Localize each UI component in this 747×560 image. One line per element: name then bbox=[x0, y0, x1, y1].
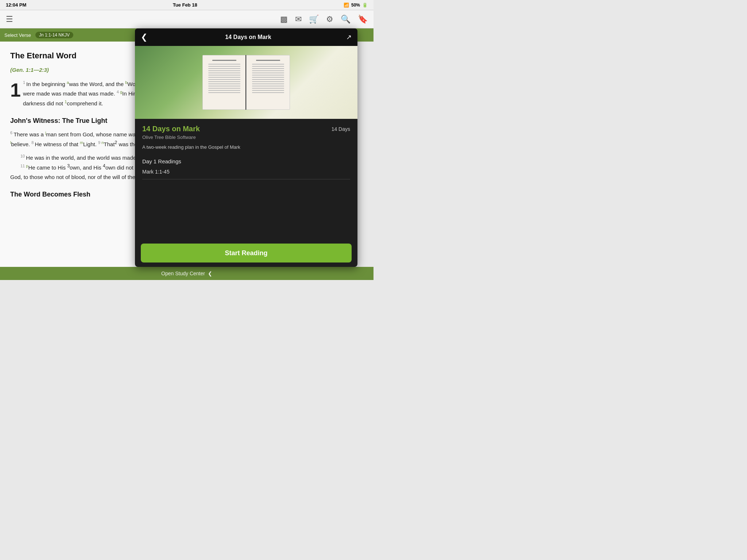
status-time: 12:04 PM bbox=[6, 2, 26, 8]
book-page-left bbox=[202, 55, 246, 110]
plan-title-text: 14 Days on Mark bbox=[142, 125, 200, 133]
select-verse-label[interactable]: Select Verse bbox=[4, 32, 31, 38]
panel-cover-image bbox=[135, 46, 357, 119]
verse-1-text: In the beginning bbox=[26, 81, 67, 87]
plan-author: Olive Tree Bible Software bbox=[142, 135, 350, 140]
day-readings-label: Day 1 Readings bbox=[142, 158, 350, 164]
toolbar: ☰ ▩ ✉ 🛒 ⚙ 🔍 🔖 bbox=[0, 10, 374, 28]
panel-header: ❮ 14 Days on Mark ↗ bbox=[135, 28, 357, 46]
verse-badge[interactable]: Jn 1:1-14 NKJV bbox=[35, 32, 73, 38]
plan-title-row: 14 Days on Mark 14 Days bbox=[142, 125, 350, 133]
chapter-number: 1 bbox=[10, 81, 21, 100]
reading-item[interactable]: Mark 1:1-45 bbox=[142, 169, 350, 179]
verse-num-1: 1 bbox=[23, 80, 26, 85]
wifi-icon: 📶 bbox=[344, 3, 349, 8]
library-icon[interactable]: ▩ bbox=[280, 15, 288, 24]
battery-status: 50% bbox=[351, 3, 360, 8]
settings-icon[interactable]: ⚙ bbox=[326, 15, 333, 24]
bible-visual bbox=[199, 51, 294, 113]
menu-icon[interactable]: ☰ bbox=[6, 15, 13, 24]
start-reading-button[interactable]: Start Reading bbox=[141, 244, 352, 262]
plan-days: 14 Days bbox=[332, 126, 350, 132]
cross-reference[interactable]: (Gen. 1:1—2:3) bbox=[10, 67, 49, 73]
panel-close-button[interactable]: ↗ bbox=[346, 33, 352, 41]
panel-title: 14 Days on Mark bbox=[150, 34, 346, 40]
status-bar: 12:04 PM Tue Feb 18 📶 50% 🔋 bbox=[0, 0, 374, 10]
bookmark-icon[interactable]: 🔖 bbox=[358, 15, 368, 24]
book-page-right bbox=[246, 55, 290, 110]
panel-back-button[interactable]: ❮ bbox=[141, 32, 147, 42]
battery-icon: 🔋 bbox=[362, 3, 368, 8]
overlay-panel: ❮ 14 Days on Mark ↗ bbox=[135, 28, 357, 267]
open-study-center-label[interactable]: Open Study Center bbox=[161, 271, 205, 276]
status-date: Tue Feb 18 bbox=[173, 2, 197, 8]
study-center-arrow[interactable]: ❮ bbox=[208, 271, 212, 276]
cart-icon[interactable]: 🛒 bbox=[309, 15, 319, 24]
verse-1-cont: was the Word, and the bbox=[69, 81, 125, 87]
plan-description: A two-week reading plan in the Gospel of… bbox=[142, 144, 350, 151]
panel-body: 14 Days on Mark 14 Days Olive Tree Bible… bbox=[135, 119, 357, 239]
bookmark-active-icon[interactable]: ✉ bbox=[295, 15, 302, 24]
bottom-bar[interactable]: Open Study Center ❮ bbox=[0, 267, 374, 280]
search-icon[interactable]: 🔍 bbox=[341, 15, 351, 24]
